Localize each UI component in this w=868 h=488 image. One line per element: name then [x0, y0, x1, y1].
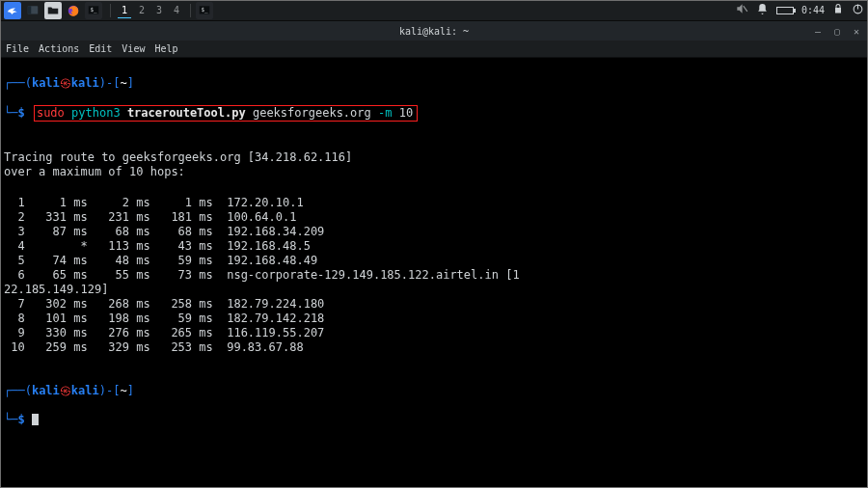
prompt-dollar: $: [17, 106, 24, 120]
taskbar-separator-2: [190, 4, 191, 17]
notification-bell-icon[interactable]: [756, 3, 769, 18]
maximize-button[interactable]: ▢: [831, 25, 843, 37]
svg-text:$_: $_: [202, 7, 209, 14]
firefox-icon[interactable]: [65, 2, 82, 19]
menu-actions[interactable]: Actions: [39, 43, 79, 54]
prompt-at-icon: ㉿: [60, 76, 71, 90]
window-title: kali@kali: ~: [399, 26, 469, 37]
prompt-dollar: $: [17, 413, 24, 426]
prompt-deco: └─: [4, 413, 17, 426]
prompt-path: ~: [120, 384, 126, 397]
menu-view[interactable]: View: [122, 43, 145, 54]
cmd-target: geeksforgeeks.org: [253, 106, 371, 120]
cmd-flag: -m: [378, 106, 392, 120]
terminal-viewport[interactable]: ┌──(kali㉿kali)-[~] └─$ sudo python3 trac…: [0, 58, 868, 446]
svg-rect-1: [28, 6, 32, 14]
terminal-menubar: File Actions Edit View Help: [0, 41, 868, 58]
close-button[interactable]: ✕: [851, 25, 862, 37]
power-icon[interactable]: [852, 3, 864, 18]
taskbar-tray: 0:44: [735, 2, 864, 18]
sound-muted-icon[interactable]: [735, 2, 748, 18]
terminal-glyph-icon: $_: [198, 4, 211, 17]
lock-icon[interactable]: [832, 3, 844, 17]
cmd-sudo: sudo: [37, 106, 65, 120]
prompt-deco: └─: [4, 106, 17, 120]
menu-help[interactable]: Help: [154, 43, 177, 54]
prompt-user: kali: [32, 76, 60, 90]
highlighted-command: sudo python3 tracerouteTool.py geeksforg…: [34, 105, 418, 122]
minimize-button[interactable]: ―: [812, 25, 824, 37]
taskbar-app-icon-1[interactable]: [24, 2, 41, 19]
menu-edit[interactable]: Edit: [89, 43, 112, 54]
workspace-2[interactable]: 2: [135, 3, 149, 18]
prompt-deco: ┌──(: [4, 76, 32, 90]
panel-icon: [26, 4, 40, 17]
file-manager-icon[interactable]: [44, 2, 62, 19]
svg-text:$_: $_: [91, 7, 98, 14]
folder-icon: [46, 4, 60, 17]
trace-header-2: over a maximum of 10 hops:: [4, 165, 185, 178]
battery-icon[interactable]: [776, 7, 794, 14]
desktop-taskbar: $_ 1 2 3 4 $_ 0:44: [0, 0, 868, 21]
firefox-logo-icon: [67, 4, 80, 17]
kali-menu-icon[interactable]: [4, 2, 21, 19]
taskbar-separator: [110, 4, 111, 17]
prompt-path: ~: [120, 76, 126, 90]
svg-line-7: [744, 6, 747, 12]
prompt-deco: ]: [127, 76, 134, 90]
prompt-deco: )-[: [99, 384, 121, 397]
clock[interactable]: 0:44: [801, 5, 825, 15]
terminal-icon[interactable]: $_: [85, 2, 102, 19]
workspace-3[interactable]: 3: [152, 3, 166, 18]
prompt-deco: ┌──(: [4, 384, 32, 397]
cmd-flag-arg: 10: [399, 106, 413, 120]
hop-table: 1 1 ms 2 ms 1 ms 172.20.10.1 2 331 ms 23…: [4, 196, 864, 355]
prompt-user: kali: [32, 384, 60, 397]
trace-header-1: Tracing route to geeksforgeeks.org [34.2…: [4, 150, 352, 164]
prompt-at-icon: ㉿: [60, 384, 71, 397]
prompt-deco: )-[: [99, 76, 121, 90]
prompt-host: kali: [71, 76, 99, 90]
prompt-host: kali: [71, 384, 99, 397]
window-titlebar[interactable]: kali@kali: ~ ― ▢ ✕: [0, 21, 868, 41]
dragon-icon: [6, 4, 19, 17]
workspace-4[interactable]: 4: [170, 3, 183, 18]
menu-file[interactable]: File: [6, 43, 29, 54]
workspace-1[interactable]: 1: [118, 3, 131, 18]
window-controls: ― ▢ ✕: [812, 25, 862, 37]
cmd-script: tracerouteTool.py: [127, 106, 246, 120]
cmd-interp: python3: [71, 106, 121, 120]
prompt-deco: ]: [127, 384, 134, 397]
terminal-glyph-icon: $_: [87, 4, 100, 17]
cursor: [32, 414, 39, 425]
running-terminal-icon[interactable]: $_: [196, 2, 213, 19]
